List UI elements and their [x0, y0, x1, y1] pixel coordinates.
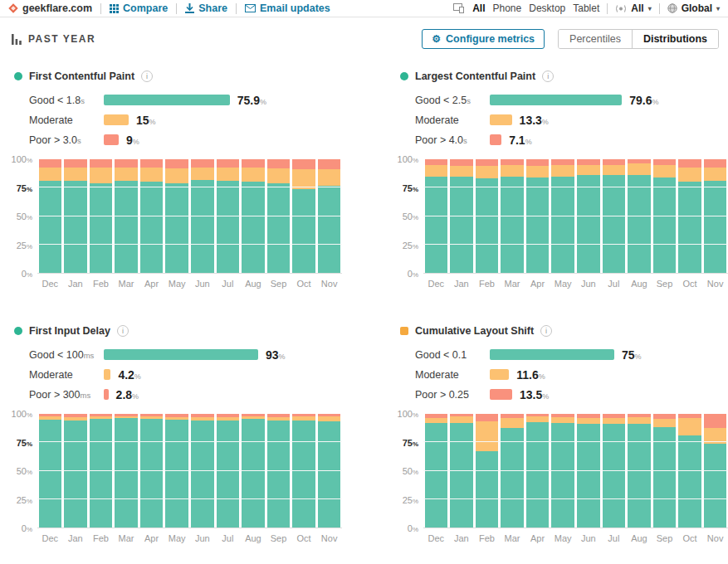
y-tick-label: 100%: [12, 409, 32, 419]
month-bar: [450, 414, 473, 528]
bar-segment-good: [501, 428, 524, 528]
y-tick-label: 75%: [17, 438, 32, 448]
divider: [176, 3, 177, 14]
tab-distributions[interactable]: Distributions: [632, 30, 718, 48]
device-filter-desktop[interactable]: Desktop: [529, 2, 565, 14]
percent-sign: %: [413, 271, 418, 279]
bar-segment-good: [191, 180, 214, 273]
month-bar: [165, 159, 188, 273]
bar-segment-good: [476, 451, 499, 528]
y-tick-label: 100%: [12, 154, 32, 164]
y-tick-label: 50%: [17, 466, 32, 476]
email-updates-button[interactable]: Email updates: [245, 2, 330, 14]
percent-sign: %: [413, 214, 418, 221]
y-tick-label: 75%: [17, 183, 32, 193]
bar-segment-poor: [425, 159, 448, 165]
divider: [100, 3, 101, 14]
bar-segment-moderate: [501, 165, 524, 177]
month-bar: [476, 159, 499, 273]
connection-dropdown[interactable]: All ▾: [615, 2, 651, 14]
x-tick-label: Dec: [39, 533, 62, 543]
bar-segment-poor: [242, 159, 265, 168]
bar-segment-good: [476, 178, 499, 273]
configure-metrics-button[interactable]: ⚙ Configure metrics: [422, 29, 545, 49]
x-tick-label: Oct: [678, 279, 701, 289]
metric-marker-icon: [14, 72, 22, 80]
bar-segment-poor: [476, 159, 499, 166]
metric-marker-icon: [400, 72, 408, 80]
bar-segment-poor: [526, 159, 550, 166]
panel-title: First Contentful Paint: [29, 70, 134, 82]
month-bar: [39, 159, 62, 273]
x-tick-label: Feb: [476, 279, 499, 289]
x-tick-label: Aug: [628, 279, 651, 289]
percent-sign: %: [542, 392, 549, 401]
x-axis: DecJanFebMarAprMayJunJulAugSepOctNov: [423, 279, 728, 289]
bar-segment-good: [653, 427, 677, 528]
percent-sign: %: [635, 352, 642, 361]
legend-unit: ms: [81, 391, 91, 400]
gridline-overlay: [423, 470, 728, 471]
bar-segment-good: [577, 175, 600, 273]
legend-label: Moderate: [415, 114, 490, 126]
legend-mini-bar: [490, 134, 501, 145]
stacked-bar-chart: 100%75%50%25%0%DecJanFebMarAprMayJunJulA…: [10, 159, 342, 289]
legend-value: 13.3%: [520, 114, 549, 127]
percent-sign: %: [27, 440, 32, 448]
bar-chart-icon: [12, 34, 22, 45]
legend-row: Good < 2.5s79.6%: [415, 95, 728, 105]
chevron-down-icon: ▾: [648, 5, 652, 12]
device-filter-all[interactable]: All: [472, 2, 485, 14]
y-tick-label: 25%: [403, 495, 418, 505]
device-filter-tablet[interactable]: Tablet: [573, 2, 599, 14]
x-tick-label: Apr: [140, 279, 164, 289]
plot-area: DecJanFebMarAprMayJunJulAugSepOctNov: [423, 414, 728, 543]
legend-row: Poor > 0.2513.5%: [415, 389, 728, 400]
region-dropdown[interactable]: Global ▾: [667, 2, 720, 14]
stacked-bar-chart: 100%75%50%25%0%DecJanFebMarAprMayJunJulA…: [10, 414, 342, 543]
region-value: Global: [682, 2, 712, 14]
share-button[interactable]: Share: [185, 2, 227, 14]
metric-panel: First Contentful PaintiGood < 1.8s75.9%M…: [10, 70, 342, 289]
x-tick-label: Oct: [292, 279, 315, 289]
month-bar: [501, 414, 524, 528]
info-icon[interactable]: i: [117, 325, 129, 337]
bar-segment-moderate: [476, 166, 499, 178]
bar-segment-poor: [217, 159, 240, 168]
legend-label: Poor > 0.25: [415, 389, 490, 401]
bar-segment-good: [603, 424, 626, 528]
legend: Good < 100ms93%Moderate4.2%Poor > 300ms2…: [29, 349, 342, 400]
bar-segment-good: [115, 181, 138, 273]
month-bar: [704, 414, 727, 528]
y-tick-label: 25%: [17, 495, 32, 505]
bar-segment-moderate: [39, 168, 62, 181]
chevron-down-icon: ▾: [716, 5, 720, 12]
devices-icon: [453, 3, 465, 13]
info-icon[interactable]: i: [542, 70, 554, 82]
topbar: geekflare.com Compare Share Email update…: [0, 0, 728, 17]
legend-value: 75.9%: [237, 94, 266, 107]
info-icon[interactable]: i: [141, 70, 153, 82]
bar-segment-good: [165, 420, 188, 528]
bar-segment-poor: [39, 159, 62, 168]
compare-button[interactable]: Compare: [110, 2, 168, 14]
bar-segment-good: [140, 419, 164, 528]
info-icon[interactable]: i: [540, 325, 552, 337]
bar-segment-moderate: [64, 168, 87, 181]
percent-sign: %: [413, 186, 418, 193]
tab-percentiles[interactable]: Percentiles: [559, 30, 632, 48]
plot: [423, 159, 728, 274]
percent-sign: %: [413, 526, 418, 533]
x-tick-label: Aug: [242, 279, 265, 289]
device-filter-phone[interactable]: Phone: [493, 2, 522, 14]
connection-value: All: [631, 2, 643, 14]
x-tick-label: Sep: [267, 533, 291, 543]
bar-segment-good: [267, 421, 291, 528]
y-tick-label: 0%: [408, 269, 418, 279]
bar-segment-moderate: [165, 168, 188, 183]
percent-sign: %: [27, 498, 32, 505]
panel-head: Largest Contentful Painti: [400, 70, 728, 82]
legend-mini-bar: [104, 134, 119, 145]
bar-segment-moderate: [653, 165, 677, 177]
site-name[interactable]: geekflare.com: [10, 2, 92, 14]
